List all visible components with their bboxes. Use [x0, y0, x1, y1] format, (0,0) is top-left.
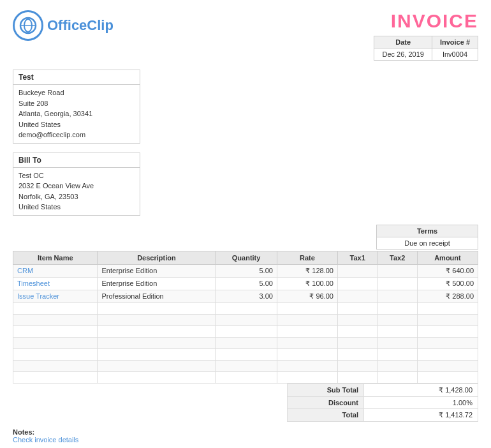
table-row-empty — [13, 325, 478, 337]
row-quantity: 5.00 — [216, 277, 277, 290]
table-row-empty — [13, 360, 478, 371]
table-row-empty — [13, 371, 478, 383]
row-tax2 — [377, 277, 417, 290]
bill-to-box: Bill To Test OC 2032 E Ocean View Ave No… — [13, 153, 140, 216]
notes-section: Notes: Check invoice details — [13, 428, 478, 444]
row-rate: ₹ 128.00 — [277, 264, 337, 277]
bill-to-content: Test OC 2032 E Ocean View Ave Norfolk, G… — [13, 168, 140, 215]
total-label: Total — [288, 408, 364, 421]
col-tax1: Tax1 — [337, 251, 377, 264]
row-description: Professional Edition — [98, 290, 216, 302]
discount-label: Discount — [288, 396, 364, 408]
row-tax2 — [377, 290, 417, 302]
company-addr2: Suite 208 — [18, 98, 135, 109]
terms-value: Due on receipt — [377, 237, 478, 249]
page: OfficeClip INVOICE Date Invoice # Dec 26… — [0, 0, 491, 448]
company-address-box: Test Buckeye Road Suite 208 Atlanta, Geo… — [13, 70, 140, 144]
company-email: demo@officeclip.com — [18, 130, 135, 140]
logo-icon — [13, 10, 43, 41]
row-item-name[interactable]: CRM — [13, 264, 98, 277]
row-quantity: 5.00 — [216, 264, 277, 277]
row-item-name[interactable]: Issue Tracker — [13, 290, 98, 302]
invoice-title: INVOICE — [374, 10, 478, 32]
invoice-num-value: Inv0004 — [432, 49, 478, 61]
company-addr3: Atlanta, Georgia, 30341 — [18, 108, 135, 119]
bill-to-addr3: United States — [18, 202, 135, 213]
bill-to-name: Test OC — [18, 170, 135, 181]
terms-row: Terms Due on receipt — [13, 225, 478, 250]
row-tax2 — [377, 264, 417, 277]
totals-section: Sub Total ₹ 1,428.00 Discount 1.00% Tota… — [13, 384, 478, 422]
company-addr1: Buckeye Road — [18, 87, 135, 98]
address-section: Test Buckeye Road Suite 208 Atlanta, Geo… — [13, 70, 478, 144]
date-header: Date — [374, 36, 432, 49]
col-rate: Rate — [277, 251, 337, 264]
company-address-content: Buckeye Road Suite 208 Atlanta, Georgia,… — [13, 85, 140, 143]
col-quantity: Quantity — [216, 251, 277, 264]
company-name: Test — [13, 70, 140, 85]
row-rate: ₹ 96.00 — [277, 290, 337, 302]
col-item-name: Item Name — [13, 251, 98, 264]
notes-link[interactable]: Check invoice details — [13, 436, 78, 444]
table-row: Timesheet Enterprise Edition 5.00 ₹ 100.… — [13, 277, 478, 290]
sub-total-label: Sub Total — [288, 384, 364, 396]
table-row: Issue Tracker Professional Edition 3.00 … — [13, 290, 478, 302]
row-rate: ₹ 100.00 — [277, 277, 337, 290]
logo-area: OfficeClip — [13, 10, 114, 41]
terms-label: Terms — [377, 225, 478, 237]
table-row: CRM Enterprise Edition 5.00 ₹ 128.00 ₹ 6… — [13, 264, 478, 277]
row-amount: ₹ 288.00 — [417, 290, 478, 302]
invoice-meta-table: Date Invoice # Dec 26, 2019 Inv0004 — [374, 36, 478, 61]
terms-table: Terms Due on receipt — [376, 225, 478, 250]
invoice-content: OfficeClip INVOICE Date Invoice # Dec 26… — [0, 0, 491, 448]
date-value: Dec 26, 2019 — [374, 49, 432, 61]
col-description: Description — [98, 251, 216, 264]
table-row-empty — [13, 314, 478, 325]
row-amount: ₹ 500.00 — [417, 277, 478, 290]
notes-label: Notes: — [13, 428, 34, 436]
bill-to-addr1: 2032 E Ocean View Ave — [18, 181, 135, 191]
row-description: Enterprise Edition — [98, 277, 216, 290]
row-amount: ₹ 640.00 — [417, 264, 478, 277]
logo-svg — [18, 15, 38, 36]
row-tax1 — [337, 277, 377, 290]
row-quantity: 3.00 — [216, 290, 277, 302]
logo-text: OfficeClip — [47, 17, 114, 34]
row-tax1 — [337, 290, 377, 302]
col-amount: Amount — [417, 251, 478, 264]
table-row-empty — [13, 348, 478, 360]
table-row-empty — [13, 302, 478, 314]
bill-to-addr2: Norfolk, GA, 23503 — [18, 191, 135, 202]
invoice-header-right: INVOICE Date Invoice # Dec 26, 2019 Inv0… — [374, 10, 478, 61]
col-tax2: Tax2 — [377, 251, 417, 264]
row-description: Enterprise Edition — [98, 264, 216, 277]
invoice-num-header: Invoice # — [432, 36, 478, 49]
bill-to-label: Bill To — [13, 153, 140, 168]
bill-to-section: Bill To Test OC 2032 E Ocean View Ave No… — [13, 153, 478, 216]
discount-value: 1.00% — [364, 396, 478, 408]
company-addr4: United States — [18, 119, 135, 130]
items-table: Item Name Description Quantity Rate Tax1… — [13, 251, 478, 384]
row-tax1 — [337, 264, 377, 277]
row-item-name[interactable]: Timesheet — [13, 277, 98, 290]
table-row-empty — [13, 337, 478, 348]
total-value: ₹ 1,413.72 — [364, 408, 478, 421]
totals-table: Sub Total ₹ 1,428.00 Discount 1.00% Tota… — [287, 384, 478, 422]
header: OfficeClip INVOICE Date Invoice # Dec 26… — [13, 10, 478, 61]
sub-total-value: ₹ 1,428.00 — [364, 384, 478, 396]
